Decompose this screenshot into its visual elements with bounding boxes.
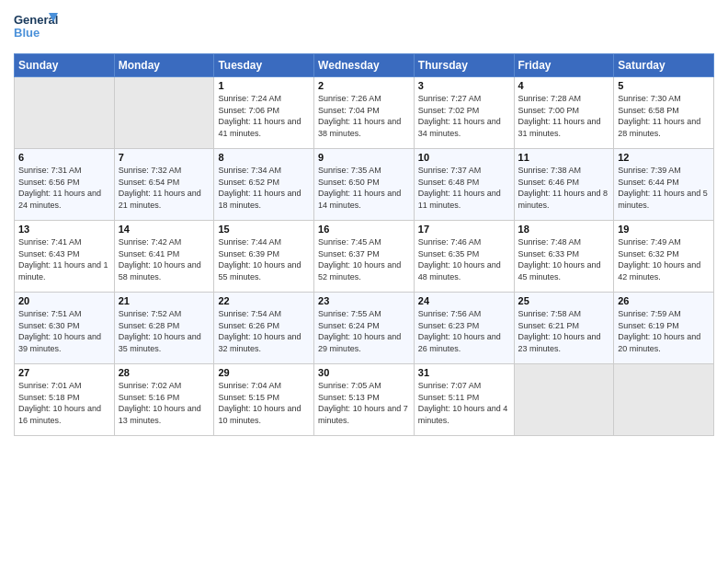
day-info: Sunrise: 7:41 AMSunset: 6:43 PMDaylight:…: [18, 236, 110, 282]
weekday-header-friday: Friday: [514, 54, 614, 77]
calendar-cell: 7Sunrise: 7:32 AMSunset: 6:54 PMDaylight…: [114, 149, 214, 221]
day-info: Sunrise: 7:51 AMSunset: 6:30 PMDaylight:…: [18, 308, 110, 354]
day-info: Sunrise: 7:55 AMSunset: 6:24 PMDaylight:…: [318, 308, 410, 354]
day-info: Sunrise: 7:58 AMSunset: 6:21 PMDaylight:…: [518, 308, 610, 354]
day-info: Sunrise: 7:49 AMSunset: 6:32 PMDaylight:…: [618, 236, 710, 282]
calendar-cell: 22Sunrise: 7:54 AMSunset: 6:26 PMDayligh…: [214, 293, 314, 364]
calendar-cell: 9Sunrise: 7:35 AMSunset: 6:50 PMDaylight…: [314, 149, 415, 221]
day-info: Sunrise: 7:01 AMSunset: 5:18 PMDaylight:…: [18, 380, 110, 426]
day-info: Sunrise: 7:28 AMSunset: 7:00 PMDaylight:…: [518, 93, 610, 139]
calendar-cell: 10Sunrise: 7:37 AMSunset: 6:48 PMDayligh…: [414, 149, 514, 221]
calendar-cell: [514, 364, 614, 436]
day-number: 26: [618, 295, 710, 306]
day-info: Sunrise: 7:27 AMSunset: 7:02 PMDaylight:…: [418, 93, 510, 139]
day-number: 10: [418, 152, 510, 163]
day-info: Sunrise: 7:59 AMSunset: 6:19 PMDaylight:…: [618, 308, 710, 354]
calendar-cell: 19Sunrise: 7:49 AMSunset: 6:32 PMDayligh…: [614, 221, 714, 293]
calendar-cell: 30Sunrise: 7:05 AMSunset: 5:13 PMDayligh…: [314, 364, 415, 436]
day-info: Sunrise: 7:04 AMSunset: 5:15 PMDaylight:…: [218, 380, 310, 426]
weekday-header-thursday: Thursday: [414, 54, 514, 77]
day-number: 1: [218, 80, 310, 91]
day-number: 31: [418, 367, 510, 378]
weekday-header-monday: Monday: [114, 54, 214, 77]
day-info: Sunrise: 7:52 AMSunset: 6:28 PMDaylight:…: [119, 308, 210, 354]
day-info: Sunrise: 7:54 AMSunset: 6:26 PMDaylight:…: [218, 308, 310, 354]
weekday-header-tuesday: Tuesday: [214, 54, 314, 77]
day-number: 4: [518, 80, 610, 91]
calendar-cell: [114, 77, 214, 149]
day-info: Sunrise: 7:46 AMSunset: 6:35 PMDaylight:…: [418, 236, 510, 282]
day-number: 18: [518, 224, 610, 235]
day-info: Sunrise: 7:30 AMSunset: 6:58 PMDaylight:…: [618, 93, 710, 139]
svg-text:Blue: Blue: [14, 26, 40, 40]
day-number: 20: [18, 295, 110, 306]
calendar-cell: 2Sunrise: 7:26 AMSunset: 7:04 PMDaylight…: [314, 77, 415, 149]
day-number: 3: [418, 80, 510, 91]
day-info: Sunrise: 7:07 AMSunset: 5:11 PMDaylight:…: [418, 380, 510, 426]
day-info: Sunrise: 7:37 AMSunset: 6:48 PMDaylight:…: [418, 165, 510, 211]
day-number: 7: [119, 152, 210, 163]
day-info: Sunrise: 7:56 AMSunset: 6:23 PMDaylight:…: [418, 308, 510, 354]
weekday-header-sunday: Sunday: [15, 54, 115, 77]
calendar-cell: 28Sunrise: 7:02 AMSunset: 5:16 PMDayligh…: [114, 364, 214, 436]
calendar-cell: [15, 77, 115, 149]
day-number: 22: [218, 295, 310, 306]
calendar-cell: 4Sunrise: 7:28 AMSunset: 7:00 PMDaylight…: [514, 77, 614, 149]
calendar-cell: 23Sunrise: 7:55 AMSunset: 6:24 PMDayligh…: [314, 293, 415, 364]
day-number: 13: [18, 224, 110, 235]
day-number: 15: [218, 224, 310, 235]
day-info: Sunrise: 7:24 AMSunset: 7:06 PMDaylight:…: [218, 93, 310, 139]
calendar-week-row: 20Sunrise: 7:51 AMSunset: 6:30 PMDayligh…: [15, 293, 714, 364]
calendar-week-row: 27Sunrise: 7:01 AMSunset: 5:18 PMDayligh…: [15, 364, 714, 436]
day-number: 11: [518, 152, 610, 163]
calendar-table: SundayMondayTuesdayWednesdayThursdayFrid…: [14, 53, 714, 436]
day-info: Sunrise: 7:34 AMSunset: 6:52 PMDaylight:…: [218, 165, 310, 211]
day-number: 29: [218, 367, 310, 378]
day-info: Sunrise: 7:26 AMSunset: 7:04 PMDaylight:…: [318, 93, 410, 139]
calendar-cell: 8Sunrise: 7:34 AMSunset: 6:52 PMDaylight…: [214, 149, 314, 221]
calendar-cell: 25Sunrise: 7:58 AMSunset: 6:21 PMDayligh…: [514, 293, 614, 364]
day-info: Sunrise: 7:31 AMSunset: 6:56 PMDaylight:…: [18, 165, 110, 211]
day-info: Sunrise: 7:35 AMSunset: 6:50 PMDaylight:…: [318, 165, 410, 211]
day-number: 24: [418, 295, 510, 306]
day-number: 16: [318, 224, 410, 235]
day-info: Sunrise: 7:44 AMSunset: 6:39 PMDaylight:…: [218, 236, 310, 282]
day-number: 27: [18, 367, 110, 378]
calendar-cell: 13Sunrise: 7:41 AMSunset: 6:43 PMDayligh…: [15, 221, 115, 293]
calendar-week-row: 13Sunrise: 7:41 AMSunset: 6:43 PMDayligh…: [15, 221, 714, 293]
calendar-cell: 20Sunrise: 7:51 AMSunset: 6:30 PMDayligh…: [15, 293, 115, 364]
day-number: 17: [418, 224, 510, 235]
logo: General Blue: [14, 9, 60, 48]
day-number: 30: [318, 367, 410, 378]
day-number: 19: [618, 224, 710, 235]
day-info: Sunrise: 7:45 AMSunset: 6:37 PMDaylight:…: [318, 236, 410, 282]
calendar-cell: 5Sunrise: 7:30 AMSunset: 6:58 PMDaylight…: [614, 77, 714, 149]
calendar-week-row: 1Sunrise: 7:24 AMSunset: 7:06 PMDaylight…: [15, 77, 714, 149]
day-info: Sunrise: 7:32 AMSunset: 6:54 PMDaylight:…: [119, 165, 210, 211]
calendar-cell: 21Sunrise: 7:52 AMSunset: 6:28 PMDayligh…: [114, 293, 214, 364]
weekday-header-wednesday: Wednesday: [314, 54, 415, 77]
day-info: Sunrise: 7:42 AMSunset: 6:41 PMDaylight:…: [119, 236, 210, 282]
calendar-cell: 14Sunrise: 7:42 AMSunset: 6:41 PMDayligh…: [114, 221, 214, 293]
day-number: 6: [18, 152, 110, 163]
calendar-cell: 1Sunrise: 7:24 AMSunset: 7:06 PMDaylight…: [214, 77, 314, 149]
calendar-cell: 15Sunrise: 7:44 AMSunset: 6:39 PMDayligh…: [214, 221, 314, 293]
calendar-cell: 12Sunrise: 7:39 AMSunset: 6:44 PMDayligh…: [614, 149, 714, 221]
day-number: 5: [618, 80, 710, 91]
day-info: Sunrise: 7:02 AMSunset: 5:16 PMDaylight:…: [119, 380, 210, 426]
day-info: Sunrise: 7:39 AMSunset: 6:44 PMDaylight:…: [618, 165, 710, 211]
day-info: Sunrise: 7:38 AMSunset: 6:46 PMDaylight:…: [518, 165, 610, 211]
day-number: 2: [318, 80, 410, 91]
day-number: 14: [119, 224, 210, 235]
calendar-cell: 31Sunrise: 7:07 AMSunset: 5:11 PMDayligh…: [414, 364, 514, 436]
calendar-cell: 3Sunrise: 7:27 AMSunset: 7:02 PMDaylight…: [414, 77, 514, 149]
day-number: 12: [618, 152, 710, 163]
calendar-cell: 11Sunrise: 7:38 AMSunset: 6:46 PMDayligh…: [514, 149, 614, 221]
day-info: Sunrise: 7:48 AMSunset: 6:33 PMDaylight:…: [518, 236, 610, 282]
day-number: 9: [318, 152, 410, 163]
calendar-container: General Blue SundayMondayTuesdayWednesda…: [0, 0, 728, 445]
calendar-cell: 24Sunrise: 7:56 AMSunset: 6:23 PMDayligh…: [414, 293, 514, 364]
calendar-cell: 18Sunrise: 7:48 AMSunset: 6:33 PMDayligh…: [514, 221, 614, 293]
day-number: 25: [518, 295, 610, 306]
logo-icon: General Blue: [14, 9, 60, 48]
